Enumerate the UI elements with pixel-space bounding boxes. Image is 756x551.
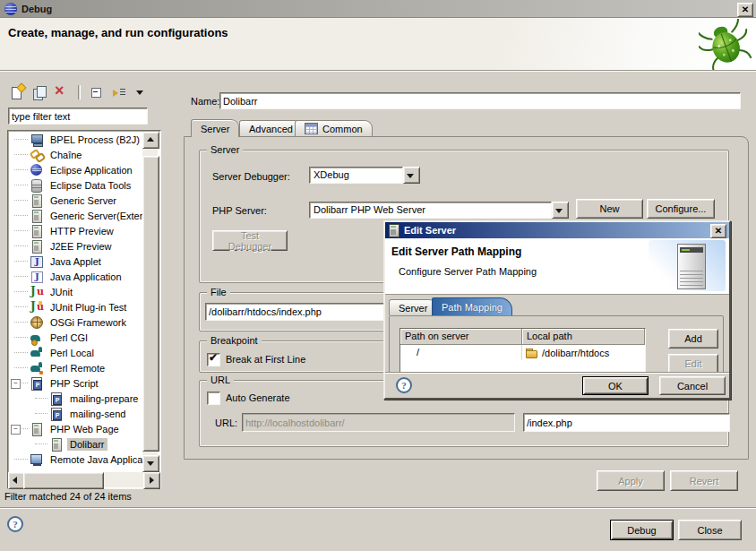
tree-item-osgi-framework[interactable]: OSGi Framework	[8, 314, 142, 330]
tree-item-junit[interactable]: JUnit	[8, 284, 142, 299]
tree-item-perl-local[interactable]: Perl Local	[8, 345, 142, 360]
tree-item-perl-remote[interactable]: Perl Remote	[8, 360, 142, 375]
auto-generate-label: Auto Generate	[226, 392, 290, 403]
tree-vscroll-down-icon[interactable]	[142, 455, 159, 472]
tree-item-java-applet[interactable]: Java Applet	[8, 254, 142, 269]
tree-item-j2ee-preview[interactable]: J2EE Preview	[8, 238, 142, 254]
php-file-icon	[49, 392, 64, 405]
path-mapping-table-header: Path on server Local path	[400, 329, 645, 345]
tab-common-label: Common	[322, 124, 363, 134]
perl-remote-icon	[30, 362, 44, 375]
tree-item-generic-server-external-la[interactable]: Generic Server(External La	[8, 208, 142, 223]
tree-item-label: Java Application	[47, 271, 125, 283]
tree-item-php-script[interactable]: −PHP Script	[8, 375, 142, 391]
dialog-tab-server[interactable]: Server	[389, 299, 437, 315]
tab-advanced[interactable]: Advanced	[239, 120, 303, 136]
chevron-down-icon[interactable]	[403, 167, 420, 184]
tree-item-eclipse-data-tools[interactable]: Eclipse Data Tools	[8, 177, 142, 193]
break-first-line-label: Break at First Line	[226, 354, 305, 365]
duplicate-icon[interactable]	[31, 85, 47, 100]
debug-button[interactable]: Debug	[610, 520, 674, 540]
help-icon[interactable]: ?	[7, 516, 23, 532]
header-banner: Create, manage, and run configurations	[0, 18, 756, 71]
java-application-icon	[30, 271, 44, 283]
chevron-down-icon[interactable]	[552, 202, 569, 219]
tree-item-remote-java-application[interactable]: Remote Java Application	[8, 452, 142, 467]
tree-item-generic-server[interactable]: Generic Server	[8, 193, 142, 208]
local-path-column[interactable]: Local path	[522, 329, 645, 345]
tab-server[interactable]: Server	[191, 119, 239, 137]
php-server-select[interactable]: Dolibarr PHP Web Server	[309, 202, 569, 219]
name-input[interactable]	[219, 92, 741, 109]
revert-button[interactable]: Revert	[670, 470, 738, 491]
chain-icon	[30, 149, 44, 161]
delete-icon[interactable]	[54, 85, 70, 100]
collapse-expander-icon[interactable]: −	[11, 379, 21, 389]
new-server-button[interactable]: New	[576, 199, 643, 219]
tree-item-label: mailing-send	[67, 408, 128, 420]
tree-item-cha-ne[interactable]: Chaîne	[8, 147, 142, 162]
url-path-input[interactable]	[523, 413, 730, 432]
edit-mapping-button[interactable]: Edit	[668, 354, 718, 374]
tree-item-label: Generic Server	[47, 194, 119, 207]
path-mapping-table-body: //dolibarr/htdocs	[400, 345, 645, 360]
tree-item-java-application[interactable]: Java Application	[8, 269, 142, 284]
filter-input[interactable]	[8, 108, 148, 125]
tree-vscroll-thumb[interactable]	[142, 156, 159, 452]
tree-item-label: BPEL Process (B2J)	[47, 133, 142, 146]
tree-item-mailing-prepare[interactable]: mailing-prepare	[8, 391, 142, 406]
dialog-help-icon[interactable]: ?	[396, 377, 412, 393]
local-path-text: /dolibarr/htdocs	[542, 348, 609, 358]
path-on-server-column[interactable]: Path on server	[400, 329, 522, 345]
tree-item-label: mailing-prepare	[67, 392, 141, 405]
break-first-line-checkbox[interactable]	[207, 353, 220, 366]
tree-item-mailing-send[interactable]: mailing-send	[8, 406, 142, 421]
tree-item-label: J2EE Preview	[47, 240, 114, 253]
server-debugger-value: XDebug	[309, 167, 403, 184]
tree-item-http-preview[interactable]: HTTP Preview	[8, 223, 142, 238]
tree-item-label: Perl Local	[47, 347, 97, 359]
tree-item-perl-cgi[interactable]: Perl CGI	[8, 330, 142, 345]
collapse-expander-icon[interactable]: −	[11, 425, 21, 435]
tree-hscroll-thumb[interactable]	[23, 472, 104, 489]
new-configuration-icon[interactable]	[9, 85, 25, 100]
tree-item-dolibarr[interactable]: Dolibarr	[8, 436, 142, 452]
perl-cgi-icon	[30, 331, 44, 344]
tree-item-label: Dolibarr	[67, 438, 107, 451]
database-icon	[30, 179, 44, 192]
php-web-page-icon	[49, 438, 64, 451]
configure-server-button[interactable]: Configure...	[647, 199, 715, 219]
tab-advanced-label: Advanced	[249, 124, 293, 134]
tree-item-bpel-process-b2j[interactable]: BPEL Process (B2J)	[8, 132, 142, 147]
tree-item-eclipse-application[interactable]: Eclipse Application	[8, 162, 142, 177]
close-button[interactable]: Close	[678, 520, 742, 540]
ok-button[interactable]: OK	[582, 376, 649, 395]
dialog-header: Edit Server Path Mapping Configure Serve…	[385, 238, 729, 295]
apply-button[interactable]: Apply	[597, 470, 665, 491]
path-mapping-row[interactable]: //dolibarr/htdocs	[400, 345, 645, 360]
server-icon	[30, 225, 44, 237]
collapse-all-icon[interactable]	[89, 85, 105, 100]
breakpoint-group-legend: Breakpoint	[207, 335, 262, 346]
tab-common[interactable]: Common	[295, 120, 373, 136]
base-url-input	[242, 413, 515, 432]
auto-generate-checkbox[interactable]	[207, 392, 220, 405]
edit-server-dialog: Edit Server ✕ Edit Server Path Mapping C…	[383, 220, 731, 400]
dialog-tab-path-mapping[interactable]: Path Mapping	[432, 297, 512, 315]
test-debugger-button[interactable]: Test Debugger	[212, 230, 288, 251]
tree-hscroll-right-icon[interactable]	[143, 472, 160, 489]
tree-vscroll-up-icon[interactable]	[142, 132, 159, 149]
server-debugger-select[interactable]: XDebug	[309, 167, 420, 184]
tree-item-php-web-page[interactable]: −PHP Web Page	[8, 421, 142, 436]
menu-dropdown-icon[interactable]	[133, 85, 150, 100]
tree-item-junit-plug-in-test[interactable]: JUnit Plug-in Test	[8, 299, 142, 314]
path-mapping-table: Path on server Local path //dolibarr/htd…	[399, 328, 646, 374]
eclipse-logo-icon	[4, 3, 17, 15]
window-close-icon[interactable]: ✕	[737, 3, 753, 17]
cancel-button[interactable]: Cancel	[659, 376, 726, 395]
add-mapping-button[interactable]: Add	[668, 329, 718, 349]
dialog-title: Edit Server	[404, 225, 456, 236]
toolbar-separator	[78, 85, 81, 99]
dialog-close-icon[interactable]: ✕	[710, 224, 726, 238]
filter-icon[interactable]	[111, 85, 127, 100]
